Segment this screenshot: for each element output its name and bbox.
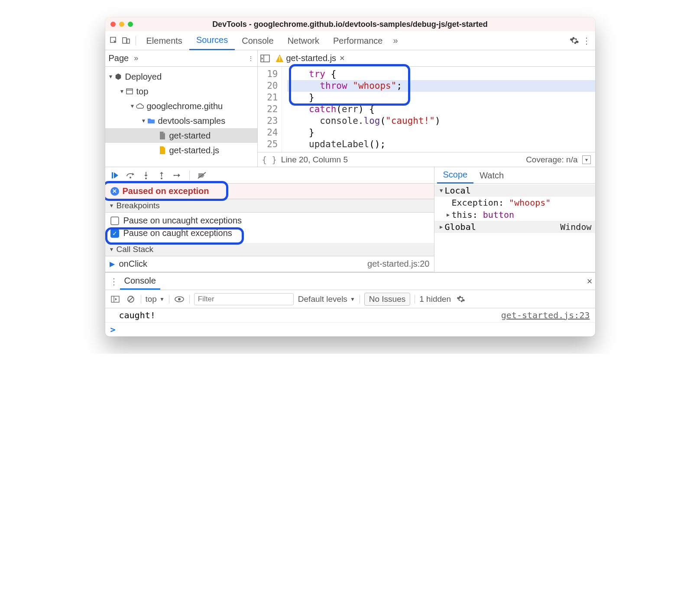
close-tab-icon[interactable]: × — [340, 53, 345, 63]
tab-elements[interactable]: Elements — [139, 32, 189, 50]
toggle-navigator-icon[interactable] — [260, 55, 272, 62]
tree-domain[interactable]: ▼ googlechrome.githu — [105, 99, 257, 113]
context-selector[interactable]: top▼ — [146, 294, 165, 304]
current-frame-icon: ▶ — [110, 260, 115, 268]
issues-button[interactable]: No Issues — [364, 293, 410, 306]
pretty-print-icon[interactable]: { } — [262, 155, 277, 165]
section-label: Call Stack — [117, 245, 154, 254]
callstack-frame[interactable]: ▶ onClick get-started.js:20 — [105, 256, 434, 272]
gear-icon[interactable] — [568, 35, 580, 47]
separator — [415, 295, 415, 304]
kebab-icon[interactable]: ⋮ — [580, 35, 593, 47]
window-icon — [125, 87, 134, 96]
navigator-header: Page » ⋮ — [105, 50, 257, 67]
drawer-tabs: ⋮ Console × — [105, 273, 595, 290]
tab-console[interactable]: Console — [235, 32, 280, 50]
separator — [169, 295, 169, 304]
scope-global-value: Window — [560, 221, 591, 233]
tree-top[interactable]: ▼ top — [105, 84, 257, 99]
tree-folder[interactable]: ▼ devtools-samples — [105, 113, 257, 128]
cloud-icon — [136, 102, 144, 110]
checkbox-label: Pause on uncaught exceptions — [123, 216, 242, 226]
step-into-icon[interactable] — [139, 168, 153, 182]
close-drawer-icon[interactable]: × — [587, 276, 593, 287]
frame-name: onClick — [119, 259, 148, 269]
frame-location: get-started.js:20 — [367, 259, 429, 269]
tree-label: top — [136, 87, 149, 97]
log-levels-selector[interactable]: Default levels▼ — [298, 294, 355, 304]
svg-point-12 — [161, 178, 162, 179]
svg-rect-1 — [123, 38, 126, 43]
tab-network[interactable]: Network — [281, 32, 326, 50]
separator — [189, 171, 190, 180]
console-log-row[interactable]: caught! get-started.js:23 — [105, 308, 595, 323]
tree-label: devtools-samples — [158, 116, 226, 126]
step-over-icon[interactable] — [123, 168, 137, 182]
drawer-tab-console[interactable]: Console — [120, 273, 160, 290]
zoom-window-button[interactable] — [128, 22, 133, 27]
resume-icon[interactable] — [108, 168, 122, 182]
tab-performance[interactable]: Performance — [326, 32, 390, 50]
drawer-kebab-icon[interactable]: ⋮ — [108, 276, 120, 287]
tree-label: get-started.js — [169, 145, 220, 155]
console-drawer: ⋮ Console × top▼ Default levels▼ No Issu… — [105, 272, 595, 336]
svg-line-19 — [129, 297, 133, 301]
breakpoints-header[interactable]: ▼Breakpoints — [105, 199, 434, 213]
console-prompt[interactable]: > — [105, 323, 595, 336]
prop-value: button — [483, 209, 514, 221]
svg-rect-3 — [126, 89, 133, 94]
scope-tree: ▼Local Exception: "whoops" ▶ this: butto… — [434, 184, 595, 234]
levels-label: Default levels — [298, 294, 347, 304]
scope-panel: Scope Watch ▼Local Exception: "whoops" ▶… — [434, 167, 595, 272]
deactivate-breakpoints-icon[interactable] — [195, 168, 209, 182]
tree-deployed[interactable]: ▼ Deployed — [105, 69, 257, 84]
scope-exception[interactable]: Exception: "whoops" — [434, 197, 595, 209]
scope-label: Local — [445, 184, 471, 197]
console-settings-icon[interactable] — [455, 294, 467, 305]
tab-sources[interactable]: Sources — [189, 31, 235, 50]
scope-local[interactable]: ▼Local — [434, 184, 595, 197]
svg-point-14 — [173, 174, 175, 176]
log-source[interactable]: get-started.js:23 — [501, 310, 590, 320]
navigator: Page » ⋮ ▼ Deployed ▼ top ▼ goog — [105, 50, 258, 167]
inspect-icon[interactable] — [108, 35, 120, 47]
code-view[interactable]: 19202122232425 try { throw "whoops"; } c… — [258, 67, 595, 152]
coverage-dropdown-icon[interactable]: ▾ — [582, 155, 591, 164]
scope-label: Global — [445, 221, 476, 233]
checkbox-unchecked[interactable] — [110, 216, 119, 225]
file-tree: ▼ Deployed ▼ top ▼ googlechrome.githu ▼ — [105, 67, 257, 158]
scope-tabs: Scope Watch — [434, 167, 595, 184]
console-body: caught! get-started.js:23 > — [105, 308, 595, 336]
tab-scope[interactable]: Scope — [437, 167, 474, 184]
more-navigator-icon[interactable]: » — [134, 54, 138, 63]
live-expression-icon[interactable] — [174, 294, 185, 305]
tree-file-js[interactable]: get-started.js — [105, 143, 257, 158]
traffic-lights — [110, 22, 133, 27]
tree-file-doc[interactable]: get-started — [105, 128, 257, 143]
page-tab[interactable]: Page — [109, 53, 129, 63]
callstack-header[interactable]: ▼Call Stack — [105, 243, 434, 256]
prop-value: "whoops" — [509, 197, 551, 209]
device-toggle-icon[interactable] — [120, 35, 132, 47]
console-filter-input[interactable] — [194, 293, 294, 305]
toggle-sidebar-icon[interactable] — [110, 294, 121, 305]
clear-console-icon[interactable] — [125, 294, 136, 305]
pause-uncaught-row[interactable]: Pause on uncaught exceptions — [110, 214, 430, 227]
scope-this[interactable]: ▶ this: button — [434, 209, 595, 221]
minimize-window-button[interactable] — [119, 22, 124, 27]
paused-banner: ✕ Paused on exception — [105, 184, 434, 199]
context-label: top — [146, 294, 157, 304]
breakpoints-list: Pause on uncaught exceptions ✓ Pause on … — [105, 213, 434, 243]
prop-name: this — [452, 209, 473, 221]
more-tabs-icon[interactable]: » — [390, 36, 402, 45]
navigator-kebab-icon[interactable]: ⋮ — [248, 55, 254, 62]
debugger-pane: ✕ Paused on exception ▼Breakpoints Pause… — [105, 167, 595, 272]
scope-global[interactable]: ▶Global Window — [434, 221, 595, 233]
step-out-icon[interactable] — [155, 168, 169, 182]
tab-watch[interactable]: Watch — [473, 168, 510, 183]
js-file-icon — [158, 146, 167, 155]
close-window-button[interactable] — [110, 22, 116, 27]
svg-point-10 — [145, 178, 147, 179]
titlebar: DevTools - googlechrome.github.io/devtoo… — [105, 17, 595, 31]
step-icon[interactable] — [170, 168, 184, 182]
